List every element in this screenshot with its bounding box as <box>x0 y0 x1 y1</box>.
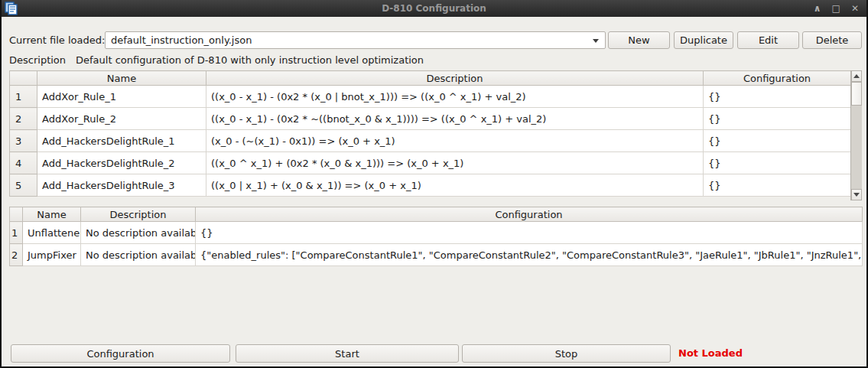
rules-table: Name Description Configuration 1 AddXor_… <box>9 70 851 197</box>
triangle-up-icon <box>853 74 860 78</box>
row-number[interactable]: 5 <box>10 174 37 197</box>
rule-configuration-cell[interactable]: {} <box>704 152 851 174</box>
row-number[interactable]: 2 <box>10 244 23 266</box>
triangle-down-icon <box>853 193 860 197</box>
row-number[interactable]: 2 <box>10 108 37 130</box>
file-combobox[interactable]: default_instruction_only.json <box>105 31 606 49</box>
module-description-cell[interactable]: No description available <box>81 222 196 244</box>
file-combobox-value: default_instruction_only.json <box>111 34 252 46</box>
rule-name-cell[interactable]: AddXor_Rule_2 <box>37 108 206 130</box>
table-row[interactable]: 2 AddXor_Rule_2 ((x_0 - x_1) - (0x2 * ~(… <box>10 108 851 130</box>
status-badge: Not Loaded <box>678 344 743 363</box>
window-controls: ∧ □ ✕ <box>814 0 859 17</box>
description-text: Default configuration of D-810 with only… <box>76 51 424 69</box>
rules-table-container: Name Description Configuration 1 AddXor_… <box>9 70 862 200</box>
scrollbar-thumb[interactable] <box>851 82 862 106</box>
table-row[interactable]: 2 JumpFixer No description available {"e… <box>10 244 863 266</box>
table-row[interactable]: 1 AddXor_Rule_1 ((x_0 - x_1) - (0x2 * (x… <box>10 86 851 108</box>
module-name-cell[interactable]: JumpFixer <box>23 244 81 266</box>
rule-configuration-cell[interactable]: {} <box>704 130 851 152</box>
titlebar[interactable]: D-810 Configuration ∧ □ ✕ <box>2 0 866 17</box>
rule-name-cell[interactable]: Add_HackersDelightRule_2 <box>37 152 206 174</box>
scrollbar-track[interactable] <box>851 82 862 189</box>
rules-header-name[interactable]: Name <box>37 71 206 86</box>
table-row[interactable]: 5 Add_HackersDelightRule_3 ((x_0 | x_1) … <box>10 174 851 197</box>
description-label: Description <box>9 51 66 69</box>
table-row[interactable]: 1 Unflattener No description available {… <box>10 222 863 244</box>
module-description-cell[interactable]: No description available <box>81 244 196 266</box>
module-name-cell[interactable]: Unflattener <box>23 222 81 244</box>
row-number[interactable]: 3 <box>10 130 37 152</box>
minimize-icon[interactable]: ∧ <box>814 0 821 17</box>
rules-table-scrollbar[interactable] <box>850 70 862 200</box>
start-button[interactable]: Start <box>236 344 459 363</box>
rules-header-description[interactable]: Description <box>206 71 704 86</box>
rule-description-cell[interactable]: (x_0 - (~(x_1) - 0x1)) => (x_0 + x_1) <box>206 130 704 152</box>
rule-name-cell[interactable]: Add_HackersDelightRule_3 <box>37 174 206 197</box>
edit-button[interactable]: Edit <box>737 31 799 49</box>
current-file-label: Current file loaded: <box>9 31 105 49</box>
rule-configuration-cell[interactable]: {} <box>704 86 851 108</box>
modules-header-configuration[interactable]: Configuration <box>196 207 863 222</box>
modules-header-name[interactable]: Name <box>23 207 81 222</box>
window-title: D-810 Configuration <box>2 3 866 14</box>
table-row[interactable]: 3 Add_HackersDelightRule_1 (x_0 - (~(x_1… <box>10 130 851 152</box>
rules-table-header-row: Name Description Configuration <box>10 71 851 86</box>
stop-button[interactable]: Stop <box>462 344 671 363</box>
module-configuration-cell[interactable]: {} <box>196 222 863 244</box>
scroll-up-button[interactable] <box>851 70 862 82</box>
configuration-button[interactable]: Configuration <box>11 344 230 363</box>
rule-description-cell[interactable]: ((x_0 | x_1) + (x_0 & x_1)) => (x_0 + x_… <box>206 174 704 197</box>
close-icon[interactable]: ✕ <box>851 0 859 17</box>
rules-table-corner <box>10 71 37 86</box>
table-row[interactable]: 4 Add_HackersDelightRule_2 ((x_0 ^ x_1) … <box>10 152 851 174</box>
module-configuration-cell[interactable]: {"enabled_rules": ["CompareConstantRule1… <box>196 244 863 266</box>
rule-name-cell[interactable]: Add_HackersDelightRule_1 <box>37 130 206 152</box>
new-button[interactable]: New <box>608 31 670 49</box>
modules-table: Name Description Configuration 1 Unflatt… <box>9 207 863 266</box>
delete-button[interactable]: Delete <box>802 31 862 49</box>
modules-header-description[interactable]: Description <box>81 207 196 222</box>
chevron-down-icon <box>593 39 599 43</box>
rule-description-cell[interactable]: ((x_0 - x_1) - (0x2 * (x_0 | bnot_x_1)))… <box>206 86 704 108</box>
rule-name-cell[interactable]: AddXor_Rule_1 <box>37 86 206 108</box>
modules-table-header-row: Name Description Configuration <box>10 207 863 222</box>
rule-description-cell[interactable]: ((x_0 ^ x_1) + (0x2 * (x_0 & x_1))) => (… <box>206 152 704 174</box>
row-number[interactable]: 1 <box>10 86 37 108</box>
modules-table-corner <box>10 207 23 222</box>
scroll-down-button[interactable] <box>851 189 862 200</box>
rule-configuration-cell[interactable]: {} <box>704 108 851 130</box>
d810-configuration-window: D-810 Configuration ∧ □ ✕ Current file l… <box>0 0 868 368</box>
row-number[interactable]: 1 <box>10 222 23 244</box>
maximize-icon[interactable]: □ <box>832 0 840 17</box>
rule-description-cell[interactable]: ((x_0 - x_1) - (0x2 * ~((bnot_x_0 & x_1)… <box>206 108 704 130</box>
duplicate-button[interactable]: Duplicate <box>674 31 733 49</box>
row-number[interactable]: 4 <box>10 152 37 174</box>
rule-configuration-cell[interactable]: {} <box>704 174 851 197</box>
rules-header-configuration[interactable]: Configuration <box>704 71 851 86</box>
